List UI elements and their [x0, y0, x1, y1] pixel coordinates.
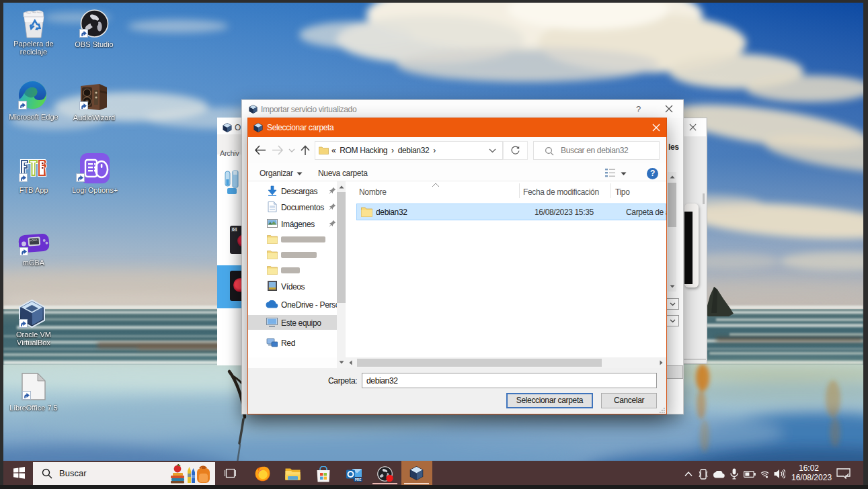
- svg-text:PRE: PRE: [355, 478, 361, 482]
- svg-text:mGBA: mGBA: [30, 238, 38, 242]
